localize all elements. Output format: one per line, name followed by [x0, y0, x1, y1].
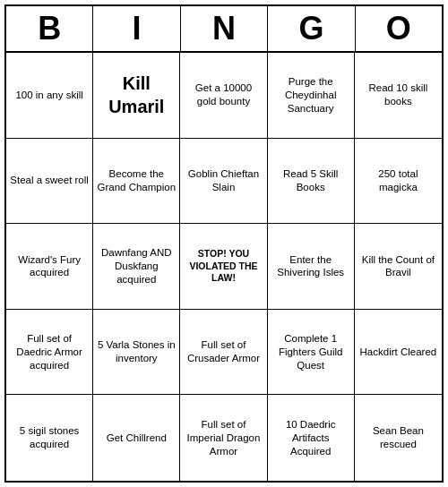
bingo-cell: Full set of Imperial Dragon Armor: [180, 395, 267, 481]
bingo-cell: Dawnfang AND Duskfang acquired: [93, 224, 180, 310]
bingo-cell: Get Chillrend: [93, 395, 180, 481]
bingo-cell: STOP! YOU VIOLATED THE LAW!: [180, 224, 267, 310]
bingo-header-letter: B: [6, 6, 93, 51]
bingo-header-letter: I: [93, 6, 180, 51]
bingo-card: BINGO 100 in any skillKill UmarilGet a 1…: [4, 4, 444, 483]
bingo-cell: 100 in any skill: [6, 53, 93, 139]
bingo-cell: Goblin Chieftan Slain: [180, 139, 267, 225]
bingo-cell: Kill Umaril: [93, 53, 180, 139]
bingo-cell: Enter the Shivering Isles: [268, 224, 355, 310]
bingo-grid: 100 in any skillKill UmarilGet a 10000 g…: [6, 53, 442, 481]
bingo-cell: Full set of Crusader Armor: [180, 310, 267, 396]
bingo-cell: 5 Varla Stones in inventory: [93, 310, 180, 396]
bingo-cell: Sean Bean rescued: [355, 395, 442, 481]
bingo-header: BINGO: [6, 6, 442, 53]
bingo-cell: Wizard's Fury acquired: [6, 224, 93, 310]
bingo-cell: Purge the Cheydinhal Sanctuary: [268, 53, 355, 139]
bingo-cell: Become the Grand Champion: [93, 139, 180, 225]
bingo-cell: Hackdirt Cleared: [355, 310, 442, 396]
bingo-cell: Read 10 skill books: [355, 53, 442, 139]
bingo-cell: Full set of Daedric Armor acquired: [6, 310, 93, 396]
bingo-cell: Kill the Count of Bravil: [355, 224, 442, 310]
bingo-cell: Complete 1 Fighters Guild Quest: [268, 310, 355, 396]
bingo-cell: Read 5 Skill Books: [268, 139, 355, 225]
bingo-header-letter: O: [356, 6, 442, 51]
bingo-cell: 10 Daedric Artifacts Acquired: [268, 395, 355, 481]
bingo-header-letter: G: [268, 6, 355, 51]
bingo-header-letter: N: [181, 6, 268, 51]
bingo-cell: 250 total magicka: [355, 139, 442, 225]
bingo-cell: Steal a sweet roll: [6, 139, 93, 225]
bingo-cell: Get a 10000 gold bounty: [180, 53, 267, 139]
bingo-cell: 5 sigil stones acquired: [6, 395, 93, 481]
